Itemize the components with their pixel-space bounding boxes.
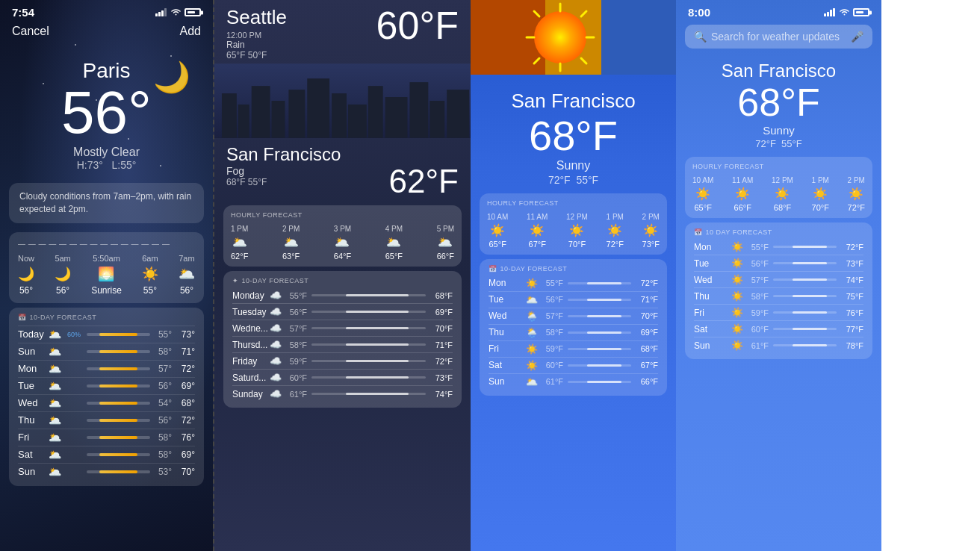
p1-forecast-row: Wed 🌥️ 54° 68° (18, 394, 195, 411)
p3-condition: Sunny (483, 159, 664, 172)
forecast-row: Tuesday ☁️ 56°F 69°F (232, 303, 453, 320)
svg-rect-13 (368, 86, 383, 138)
p1-forecast-row: Fri 🌥️ 58° 76° (18, 429, 195, 446)
p1-hilo: H:73° L:55° (12, 159, 201, 171)
p1-forecast-row: Tue 🌥️ 56° 69° (18, 377, 195, 394)
p1-forecast-row: Sun 🌥️ 58° 71° (18, 343, 195, 360)
svg-rect-1 (158, 12, 161, 16)
seattle-time: 12:00 PM (226, 31, 287, 40)
forecast-row: Thu ☀️ 58°F 75°F (694, 287, 863, 304)
svg-rect-33 (830, 10, 832, 16)
forecast-row: Sat ☀️ 60°F 67°F (489, 357, 658, 373)
hourly-item: 2 PM 🌥️ 63°F (282, 225, 300, 261)
svg-rect-8 (272, 101, 285, 138)
sun-art-svg (471, 0, 676, 75)
p2-forecast-title: ✦10-DAY FORECAST (232, 277, 453, 284)
cancel-button[interactable]: Cancel (12, 25, 49, 38)
svg-rect-14 (385, 97, 408, 138)
hourly-item: 12 PM ☀️ 68°F (772, 176, 793, 212)
svg-rect-7 (252, 86, 270, 138)
p3-temp: 68°F (483, 113, 664, 159)
p1-forecast-row: Thu 🌥️ 56° 72° (18, 411, 195, 429)
p1-header: Cancel Add (0, 22, 213, 44)
p1-forecast-row: Sun 🌥️ 53° 70° (18, 463, 195, 480)
search-input[interactable]: Search for weather updates (711, 31, 846, 43)
p1-forecast-row: Sat 🌥️ 58° 69° (18, 446, 195, 463)
p3-hourly: Hourly Forecast 10 AM ☀️ 65°F 11 AM ☀️ 6… (480, 193, 667, 255)
p4-condition: Sunny (688, 124, 869, 137)
hourly-item: 2 PM ☀️ 73°F (642, 213, 660, 249)
p1-forecast-row: Today 🌥️ 60% 55° 73° (18, 326, 195, 343)
svg-rect-21 (601, 0, 676, 75)
hourly-item: 11 AM ☀️ 66°F (732, 176, 753, 212)
wifi-icon (170, 8, 182, 16)
sf-city-p2: San Francisco (226, 144, 459, 165)
hourly-item: 10 AM ☀️ 65°F (692, 176, 713, 212)
forecast-row: Thursd... ☁️ 58°F 71°F (232, 336, 453, 352)
forecast-row: Sun ☀️ 61°F 78°F (694, 337, 863, 353)
p3-forecast-rows: Mon ☀️ 55°F 72°F Tue 🌥️ 56°F 71°F Wed 🌦️… (489, 276, 658, 390)
p3-hourly-title: Hourly Forecast (487, 199, 660, 207)
p4-signal-icon (824, 8, 836, 16)
forecast-row: Mon ☀️ 55°F 72°F (694, 239, 863, 255)
forecast-row: Saturd... ☁️ 60°F 73°F (232, 369, 453, 385)
forecast-row: Wedne... ☁️ 57°F 70°F (232, 320, 453, 336)
svg-rect-16 (429, 101, 444, 138)
p1-temperature: 56° (12, 83, 201, 143)
p1-hourly-title: — — — — — — — — — — — — — — — (18, 240, 195, 248)
panel-sf-sunny: San Francisco 68°F Sunny 72°F 55°F Hourl… (471, 0, 676, 551)
sf-conditions-p2: Fog 68°F 55°F (226, 165, 267, 187)
p4-forecast: 📅10 DAY FORECAST Mon ☀️ 55°F 72°F Tue ☀️… (685, 222, 872, 359)
seattle-city: Seattle (226, 6, 287, 29)
p1-hourly-item: 6am ☀️ 55° (142, 254, 158, 296)
svg-point-22 (534, 11, 586, 63)
hourly-item: 5 PM 🌥️ 66°F (437, 225, 454, 261)
p2-forecast: ✦10-DAY FORECAST Monday ☁️ 55°F 68°F Tue… (223, 271, 462, 408)
svg-rect-32 (827, 12, 829, 16)
battery-icon (184, 8, 201, 16)
p4-city-name: San Francisco (688, 60, 869, 81)
sf-hilo-p2: 68°F 55°F (226, 177, 267, 187)
svg-rect-17 (447, 90, 469, 138)
svg-rect-5 (222, 93, 237, 138)
forecast-row: Fri ☀️ 59°F 68°F (489, 340, 658, 357)
p1-status-bar: 7:54 (0, 0, 213, 22)
seattle-temp: 60°F (376, 6, 459, 45)
p4-status-bar: 8:00 (676, 0, 881, 22)
p1-status-icons (155, 8, 201, 16)
p4-wifi-icon (839, 8, 850, 16)
sf-temp-p2: 62°F (389, 165, 459, 198)
sf-header-p2: San Francisco Fog 68°F 55°F 62°F (214, 138, 471, 201)
forecast-row: Sunday ☁️ 61°F 74°F (232, 385, 453, 402)
sun-art-header (471, 0, 676, 75)
sf-condition-p2: Fog (226, 165, 267, 177)
hourly-item: 2 PM ☀️ 72°F (848, 176, 865, 212)
panel-paris: 7:54 Cancel Add 🌙 Paris 56° M (0, 0, 213, 551)
p1-hourly-row: Now 🌙 56° 5am 🌙 56° 5:50am 🌅 Sunrise 6am… (18, 254, 195, 296)
p4-forecast-rows: Mon ☀️ 55°F 72°F Tue ☀️ 56°F 73°F Wed ☀️… (694, 239, 863, 353)
p3-hilo: 72°F 55°F (483, 174, 664, 186)
hourly-item: 1 PM ☀️ 70°F (812, 176, 829, 212)
hourly-item: 11 AM ☀️ 67°F (527, 213, 548, 249)
p4-battery-icon (853, 8, 869, 16)
p4-temp: 68°F (688, 81, 869, 124)
p3-hourly-row: 10 AM ☀️ 65°F 11 AM ☀️ 67°F 12 PM ☀️ 70°… (487, 213, 660, 249)
svg-rect-9 (288, 90, 305, 138)
p4-forecast-title: 📅10 DAY FORECAST (694, 228, 863, 236)
svg-rect-10 (307, 78, 329, 138)
hourly-item: 1 PM 🌥️ 62°F (231, 225, 248, 261)
forecast-row: Thu 🌦️ 58°F 69°F (489, 324, 658, 340)
p1-alert-text: Cloudy conditions from 7am–2pm, with rai… (19, 190, 193, 216)
add-button[interactable]: Add (180, 25, 201, 38)
p4-city-block: San Francisco 68°F Sunny 72°F 55°F (676, 55, 881, 152)
mic-icon[interactable]: 🎤 (851, 31, 863, 43)
search-bar[interactable]: 🔍 Search for weather updates 🎤 (685, 25, 872, 49)
p4-hourly-row: 10 AM ☀️ 65°F 11 AM ☀️ 66°F 12 PM ☀️ 68°… (692, 176, 865, 212)
p1-hourly-item: 5:50am 🌅 Sunrise (91, 254, 122, 296)
forecast-row: Sun 🌥️ 61°F 66°F (489, 373, 658, 390)
p2-hourly-row: 1 PM 🌥️ 62°F 2 PM 🌥️ 63°F 3 PM 🌥️ 64°F 4… (231, 225, 454, 261)
p1-hourly-section: — — — — — — — — — — — — — — — Now 🌙 56° … (9, 232, 204, 303)
hourly-item: 1 PM ☀️ 72°F (607, 213, 624, 249)
p3-city-block: San Francisco 68°F Sunny 72°F 55°F (471, 75, 676, 189)
svg-rect-15 (409, 82, 428, 138)
